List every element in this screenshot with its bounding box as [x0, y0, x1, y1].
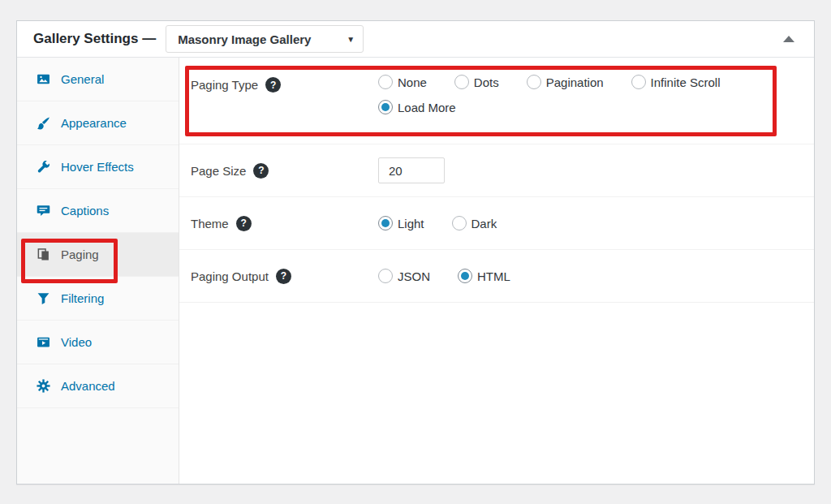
page-size-input[interactable]	[378, 157, 445, 183]
radio-option-dark[interactable]: Dark	[452, 216, 497, 230]
sidebar-item-video[interactable]: Video	[17, 321, 179, 364]
radio-icon	[631, 75, 646, 89]
sidebar-item-paging[interactable]: Paging	[17, 233, 179, 277]
chevron-up-icon	[783, 36, 794, 42]
sidebar-item-captions[interactable]: Captions	[17, 189, 179, 233]
sidebar-item-filtering[interactable]: Filtering	[17, 277, 179, 321]
sidebar-item-general[interactable]: General	[17, 58, 179, 101]
radio-icon	[378, 269, 393, 283]
radio-icon	[378, 75, 393, 89]
help-icon[interactable]: ?	[253, 163, 269, 179]
gallery-select-dropdown[interactable]: Masonry Image Gallery ▼	[166, 25, 364, 53]
settings-main: Paging Type ? None Dots	[179, 58, 814, 484]
sidebar-item-label: General	[61, 72, 104, 86]
setting-row-page-size: Page Size ?	[179, 144, 814, 197]
setting-row-theme: Theme ? Light Dark	[179, 197, 814, 250]
radio-icon	[452, 216, 467, 230]
radio-label: Infinite Scroll	[651, 75, 721, 89]
radio-label: Pagination	[546, 75, 604, 89]
radio-label: JSON	[398, 269, 430, 283]
collapse-panel-button[interactable]	[777, 27, 801, 51]
sidebar-item-label: Video	[61, 335, 92, 349]
chevron-down-icon: ▼	[347, 35, 355, 44]
radio-option-pagination[interactable]: Pagination	[527, 75, 604, 89]
video-icon	[37, 335, 50, 349]
help-icon[interactable]: ?	[265, 77, 281, 93]
radio-icon	[458, 269, 472, 283]
sidebar-item-label: Hover Effects	[61, 160, 134, 174]
radio-label: None	[398, 75, 427, 89]
brush-icon	[37, 116, 50, 130]
filter-icon	[37, 291, 50, 305]
radio-option-dots[interactable]: Dots	[454, 75, 499, 89]
setting-label: Paging Type	[191, 78, 258, 92]
gear-icon	[37, 379, 50, 393]
theme-options: Light Dark	[378, 216, 497, 230]
radio-option-html[interactable]: HTML	[458, 269, 510, 283]
radio-label: HTML	[477, 269, 510, 283]
setting-label: Paging Output	[191, 269, 269, 283]
sidebar-item-label: Filtering	[61, 291, 104, 305]
radio-label: Dark	[471, 217, 497, 230]
radio-option-light[interactable]: Light	[378, 216, 424, 230]
radio-option-infinite-scroll[interactable]: Infinite Scroll	[631, 75, 721, 89]
help-icon[interactable]: ?	[276, 269, 291, 284]
radio-icon	[454, 75, 469, 89]
paging-output-options: JSON HTML	[378, 269, 510, 283]
sidebar-item-label: Paging	[61, 248, 99, 261]
gallery-select-value: Masonry Image Gallery	[178, 32, 311, 46]
sidebar-item-appearance[interactable]: Appearance	[17, 101, 179, 145]
radio-icon	[527, 75, 541, 89]
sidebar-item-label: Advanced	[61, 379, 115, 393]
setting-label: Theme	[191, 217, 229, 230]
radio-option-none[interactable]: None	[378, 75, 427, 89]
sidebar-item-label: Captions	[61, 204, 109, 218]
radio-label: Dots	[474, 75, 499, 89]
comment-icon	[37, 204, 50, 218]
panel-header: Gallery Settings — Masonry Image Gallery…	[17, 21, 814, 58]
pages-icon	[37, 248, 50, 261]
radio-label: Light	[398, 217, 424, 230]
image-icon	[37, 72, 50, 86]
panel-body: General Appearance Hover Effects Caption…	[17, 58, 814, 484]
wrench-icon	[37, 160, 50, 174]
panel-title: Gallery Settings —	[33, 31, 156, 47]
sidebar-item-label: Appearance	[61, 116, 127, 130]
setting-label: Page Size	[191, 164, 246, 178]
radio-icon	[378, 100, 393, 114]
radio-option-load-more[interactable]: Load More	[378, 100, 456, 114]
paging-type-options: None Dots Pagination Infinite Scrol	[378, 58, 720, 114]
radio-icon	[378, 216, 393, 230]
radio-option-json[interactable]: JSON	[378, 269, 430, 283]
setting-row-paging-type: Paging Type ? None Dots	[179, 58, 814, 144]
gallery-settings-panel: Gallery Settings — Masonry Image Gallery…	[16, 20, 815, 485]
setting-row-paging-output: Paging Output ? JSON HTML	[179, 250, 814, 303]
sidebar-item-advanced[interactable]: Advanced	[17, 364, 179, 408]
settings-sidebar: General Appearance Hover Effects Caption…	[17, 58, 179, 484]
sidebar-item-hover-effects[interactable]: Hover Effects	[17, 145, 179, 189]
radio-label: Load More	[398, 101, 456, 114]
help-icon[interactable]: ?	[236, 216, 252, 231]
